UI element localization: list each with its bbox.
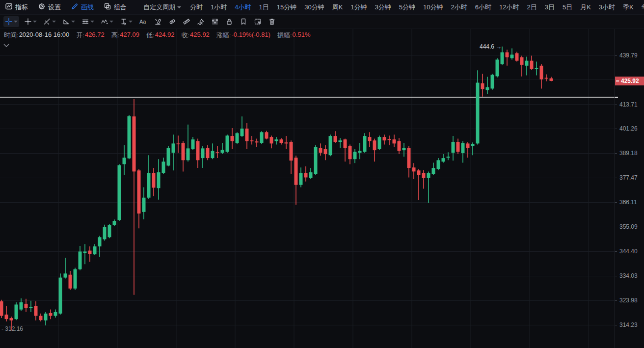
- candle-body: [137, 170, 141, 214]
- timeframe-button[interactable]: 15分钟: [277, 3, 296, 12]
- ruler-tool[interactable]: [181, 16, 192, 27]
- menu-layout[interactable]: 组合: [104, 2, 127, 12]
- candle-body: [491, 75, 494, 88]
- cross-icon: [24, 18, 32, 26]
- brush-icon: [197, 18, 205, 26]
- candle-body: [201, 148, 205, 158]
- timeframe-button[interactable]: 3日: [545, 3, 555, 12]
- trend-line-tool[interactable]: [42, 16, 57, 27]
- timeframe-button[interactable]: 3分钟: [375, 3, 391, 12]
- candle-body: [93, 246, 97, 254]
- candle-body: [128, 116, 131, 159]
- ohlc-info-segment: 开:426.72: [76, 31, 104, 40]
- axis-tick-mark: [615, 251, 617, 252]
- axis-tick-label: 334.03: [619, 272, 638, 279]
- sliders-icon: [211, 18, 219, 26]
- candle-body: [64, 273, 67, 277]
- menu-label: 设置: [48, 3, 61, 12]
- candle-body: [324, 149, 327, 154]
- timeframe-button[interactable]: 1分钟: [350, 3, 367, 12]
- collapse-info-icon[interactable]: [3, 41, 10, 50]
- axis-tick-mark: [615, 202, 617, 203]
- low-marker: - 312.16: [1, 325, 23, 332]
- timeframe-button[interactable]: 12小时: [499, 3, 519, 12]
- parallel-lines-tool[interactable]: [80, 16, 96, 27]
- candle-body: [353, 152, 357, 159]
- candle-body: [452, 142, 455, 153]
- timeframe-button[interactable]: 周K: [332, 3, 343, 12]
- timeframe-button[interactable]: 2小时: [451, 3, 467, 12]
- svg-text:Aa: Aa: [139, 19, 146, 25]
- candle-body: [241, 129, 244, 136]
- candle-body: [368, 137, 372, 141]
- candle-body: [20, 302, 23, 310]
- candlestick-chart[interactable]: [0, 0, 644, 348]
- lock-icon: [225, 18, 233, 26]
- candle-body: [398, 141, 401, 151]
- timeframe-button[interactable]: 10分钟: [423, 3, 443, 12]
- timeframe-button[interactable]: 2日: [527, 3, 537, 12]
- shapes-tool[interactable]: [61, 16, 77, 27]
- price-axis[interactable]: 439.79413.71401.26389.18377.47366.11355.…: [615, 29, 644, 348]
- menu-gear[interactable]: 设置: [38, 2, 61, 12]
- ohlc-info-segment: 振幅:0.51%: [277, 31, 311, 40]
- custom-period-dropdown[interactable]: 自定义周期: [143, 3, 181, 12]
- candle-body: [407, 148, 411, 168]
- candle-body: [476, 82, 480, 143]
- timeframe-button[interactable]: 4小时: [235, 3, 251, 12]
- bandage-tool[interactable]: [167, 16, 178, 27]
- text-tool[interactable]: Aa: [137, 16, 149, 27]
- measure-icon: [120, 18, 128, 26]
- candle-body: [506, 53, 509, 57]
- measure-tool[interactable]: [118, 16, 134, 27]
- candle-body: [231, 136, 234, 141]
- candle-body: [74, 269, 77, 288]
- timeframe-button[interactable]: 分时: [190, 3, 203, 12]
- cross-tool[interactable]: [23, 16, 38, 27]
- timeframe-button[interactable]: 30分钟: [304, 3, 324, 12]
- timeframe-button[interactable]: 1小时: [211, 3, 227, 12]
- chevron-down-icon: [71, 21, 75, 23]
- candle-body: [299, 173, 303, 185]
- current-price-value: 425.92: [621, 78, 639, 84]
- ohlc-info-segment: 低:424.92: [146, 31, 174, 40]
- candle-body: [255, 141, 259, 142]
- timeframe-button[interactable]: 年K: [642, 3, 644, 12]
- axis-tick-mark: [615, 300, 617, 301]
- candle-body: [447, 157, 450, 158]
- axis-tick-label: 314.23: [619, 321, 638, 328]
- brush-tool[interactable]: [195, 16, 206, 27]
- menu-indicator[interactable]: 指标: [5, 2, 28, 12]
- candle-body: [29, 307, 33, 308]
- screenshot-tool[interactable]: [252, 16, 263, 27]
- crosshair-tool[interactable]: [3, 16, 19, 27]
- candle-body: [402, 148, 406, 150]
- bookmark-tool[interactable]: [238, 16, 249, 27]
- candle-body: [226, 135, 229, 152]
- timeframe-button[interactable]: 5日: [563, 3, 572, 12]
- parallel-lines-icon: [81, 18, 89, 26]
- candle-body: [187, 148, 190, 160]
- sliders-tool[interactable]: [210, 16, 220, 27]
- axis-tick-mark: [615, 129, 617, 129]
- candle-body: [496, 59, 499, 76]
- candle-body: [123, 158, 126, 164]
- candle-body: [285, 142, 288, 143]
- lock-tool[interactable]: [224, 16, 235, 27]
- candle-body: [10, 318, 13, 321]
- menu-pencil[interactable]: 画线: [71, 2, 94, 12]
- current-price-tag: 425.92: [615, 77, 644, 85]
- timeframe-group: 分时1小时4小时1日15分钟30分钟周K1分钟3分钟5分钟10分钟2小时6小时1…: [190, 3, 644, 12]
- timeframe-button[interactable]: 6小时: [475, 3, 491, 12]
- candle-body: [290, 142, 293, 161]
- timeframe-button[interactable]: 3小时: [599, 3, 615, 12]
- timeframe-button[interactable]: 1日: [259, 3, 268, 12]
- trash-tool[interactable]: [267, 16, 277, 27]
- timeframe-button[interactable]: 5分钟: [399, 3, 415, 12]
- axis-tick-mark: [615, 227, 617, 227]
- eraser-tool[interactable]: [153, 16, 163, 27]
- candle-body: [216, 152, 219, 153]
- timeframe-button[interactable]: 月K: [580, 3, 591, 12]
- wave-tool[interactable]: [99, 16, 115, 27]
- timeframe-button[interactable]: 季K: [623, 3, 634, 12]
